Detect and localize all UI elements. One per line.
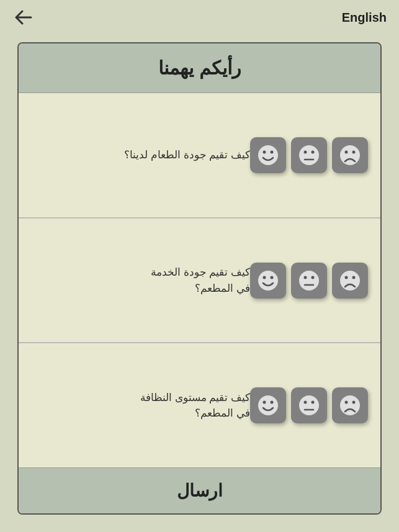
svg-point-3	[299, 145, 319, 165]
emoji-happy-2[interactable]	[250, 263, 286, 299]
emoji-neutral-2[interactable]	[291, 263, 327, 299]
svg-point-18	[345, 276, 348, 279]
emoji-sad-3[interactable]	[332, 387, 368, 423]
svg-point-17	[340, 271, 360, 291]
svg-point-20	[258, 395, 278, 415]
emoji-group-2	[250, 263, 368, 299]
svg-point-5	[312, 150, 315, 153]
question-row-1: كيف تقيم جودة الطعام لدينا؟	[19, 93, 380, 219]
svg-point-29	[352, 401, 356, 404]
question-text-3: كيف تقيم مستوى النظافةفي المطعم؟	[31, 390, 250, 422]
questions-area: كيف تقيم جودة الطعام لدينا؟	[19, 93, 380, 467]
svg-point-9	[352, 150, 356, 153]
card-title: رأيكم يهمنا	[31, 57, 368, 79]
emoji-happy-1[interactable]	[250, 137, 286, 173]
svg-point-1	[263, 150, 266, 153]
back-button[interactable]	[12, 9, 34, 26]
feedback-card: رأيكم يهمنا كيف تقيم جودة الطعام لدينا؟	[17, 42, 382, 515]
svg-point-25	[312, 401, 315, 404]
emoji-group-1	[250, 137, 368, 173]
svg-point-15	[312, 276, 315, 279]
svg-point-11	[263, 276, 266, 279]
emoji-group-3	[250, 387, 368, 423]
language-label[interactable]: English	[342, 11, 387, 25]
top-bar: English	[0, 0, 399, 35]
svg-point-7	[340, 145, 360, 165]
card-footer[interactable]: ارسال	[19, 467, 380, 513]
svg-point-21	[263, 401, 266, 404]
emoji-happy-3[interactable]	[250, 387, 286, 423]
svg-point-19	[352, 276, 356, 279]
question-row-2: كيف تقيم جودة الخدمةفي المطعم؟	[19, 219, 380, 344]
svg-point-2	[271, 150, 274, 153]
question-row-3: كيف تقيم مستوى النظافةفي المطعم؟	[19, 343, 380, 467]
svg-point-23	[299, 395, 319, 415]
svg-point-10	[258, 271, 278, 291]
question-text-2: كيف تقيم جودة الخدمةفي المطعم؟	[31, 264, 250, 296]
submit-button[interactable]: ارسال	[31, 480, 368, 501]
svg-point-14	[304, 276, 307, 279]
card-header: رأيكم يهمنا	[19, 43, 380, 93]
svg-point-24	[304, 401, 307, 404]
svg-point-13	[299, 271, 319, 291]
svg-point-12	[271, 276, 274, 279]
emoji-sad-1[interactable]	[332, 137, 368, 173]
svg-point-22	[271, 401, 274, 404]
svg-point-8	[345, 150, 348, 153]
svg-point-27	[340, 395, 360, 415]
question-text-1: كيف تقيم جودة الطعام لدينا؟	[31, 147, 250, 163]
emoji-neutral-3[interactable]	[291, 387, 327, 423]
emoji-neutral-1[interactable]	[291, 137, 327, 173]
svg-point-28	[345, 401, 348, 404]
emoji-sad-2[interactable]	[332, 263, 368, 299]
svg-point-4	[304, 150, 307, 153]
svg-point-0	[258, 145, 278, 165]
